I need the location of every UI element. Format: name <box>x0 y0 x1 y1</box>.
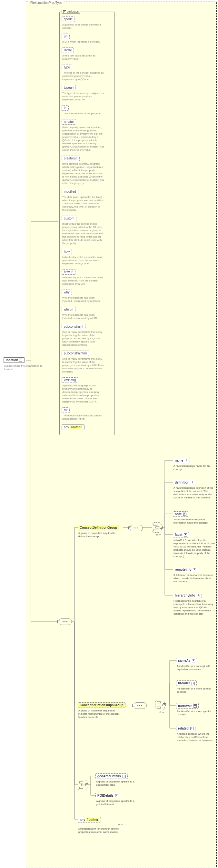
diagram-frame: FlexLocationPropType location − A place … <box>26 2 217 5</box>
type-name: FlexLocationPropType <box>29 1 64 4</box>
